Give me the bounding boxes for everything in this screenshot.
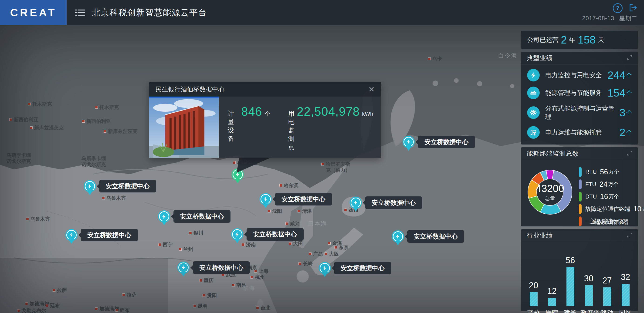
legend-label: RTU (585, 169, 597, 175)
city-dot-icon (26, 218, 29, 220)
city-dot-icon (280, 184, 282, 187)
bar[interactable] (566, 267, 574, 306)
legend-label-overlay: 二遥故障指示器 (590, 218, 629, 226)
city-dot-icon (102, 197, 105, 199)
city-dot-icon (428, 57, 431, 60)
city-dot-icon (193, 305, 196, 308)
marker-label[interactable]: 安立桥数据中心 (174, 210, 230, 223)
legend-label: FTU (585, 181, 596, 188)
city-label: 新西伯利亚 (9, 117, 38, 123)
service-item-power-monitoring[interactable]: 电力监控与用电安全 244 个 (521, 66, 638, 84)
city-label: 银川 (189, 230, 203, 236)
bar-value-label: 27 (602, 276, 612, 286)
city-dot-icon (202, 294, 205, 297)
legend-label: DTU (585, 193, 597, 200)
city-label: 廷布 (116, 307, 130, 313)
city-label: 哈尔滨 (280, 182, 298, 189)
services-panel-title: 典型业绩 (527, 54, 553, 62)
bar[interactable] (548, 298, 556, 306)
city-label: 西宁 (158, 242, 172, 248)
bar[interactable] (622, 284, 630, 306)
sea-label: 东海 (242, 285, 256, 291)
lightning-icon (527, 69, 540, 81)
city-dot-icon (289, 242, 292, 245)
legend-unit: 万个 (609, 193, 619, 200)
services-panel: 典型业绩 电力监控与用电安全 244 个 (521, 52, 638, 145)
legend-label: 一遥故障指示器二遥故障指示器 (585, 218, 624, 225)
service-item-distributed-energy[interactable]: 分布式能源控制与运营管理 3 个 (521, 102, 638, 124)
city-dot-icon (82, 120, 85, 123)
city-label: 托木斯克 (28, 101, 52, 107)
marker-label[interactable]: 安立桥数据中心 (365, 196, 422, 209)
city-dot-icon (309, 253, 312, 255)
bar-column: 32 (618, 272, 634, 306)
power-monitor-value: 22,504,978 (297, 104, 360, 118)
legend-item: DTU16万个 (579, 190, 644, 203)
lightning-bolt-icon (178, 263, 188, 273)
legend-value: 24 (600, 180, 608, 189)
city-dot-icon (334, 246, 337, 249)
expand-icon[interactable] (627, 150, 632, 157)
bar[interactable] (603, 288, 611, 306)
city-label: 新西伯利亚 (82, 118, 111, 124)
marker-label[interactable]: 安立桥数据中心 (81, 229, 138, 241)
marker-label[interactable]: 安立桥数据中心 (275, 193, 332, 206)
city-dot-icon (52, 289, 56, 292)
city-label: 杭州 (250, 274, 265, 280)
marker-label[interactable]: 安立桥数据中心 (246, 228, 304, 241)
marker-label[interactable]: 安立桥数据中心 (334, 262, 391, 274)
terminal-panel: 能耗终端监测总数 43200 总量 RTU56万个FTU24万个DTU16万个故… (521, 147, 638, 226)
lightning-bolt-icon (351, 198, 361, 208)
brand-logo: CREAT (0, 0, 67, 25)
marker-label[interactable]: 安立桥数据中心 (418, 136, 475, 148)
city-label: 托木斯克 (95, 104, 119, 110)
expand-icon[interactable] (627, 55, 632, 61)
city-dot-icon (46, 304, 48, 307)
industry-panel: 行业业绩 201256302732 高校医院建筑政府平台移动园区 (521, 229, 638, 311)
bar-column: 27 (599, 276, 615, 306)
marker-label[interactable]: 安立桥数据中心 (99, 180, 156, 192)
city-label: 东京 (334, 244, 348, 250)
city-label: 乌卡 (428, 56, 442, 62)
lightning-bolt-icon (404, 137, 414, 147)
sidebar: 公司已运营 2 年 158 天 典型业绩 电力监控与用电安全 244 个 (521, 31, 638, 311)
bar-category-label: 医院 (544, 309, 560, 313)
lightning-bolt-icon (66, 230, 76, 240)
page-title: 北京科税创新智慧能源云平台 (92, 7, 207, 18)
legend-color-pill (579, 192, 582, 202)
city-dot-icon (116, 309, 118, 312)
legend-value: 56 (600, 168, 608, 176)
close-icon[interactable]: ✕ (368, 86, 374, 93)
city-label: 重庆 (199, 277, 214, 284)
operation-time-panel: 公司已运营 2 年 158 天 (521, 31, 638, 49)
expand-icon[interactable] (627, 232, 632, 239)
bar-value-label: 32 (621, 272, 630, 282)
marker-label[interactable]: 安立桥数据中心 (193, 261, 250, 274)
bar[interactable] (530, 292, 538, 306)
sea-label: 白令海 (498, 53, 518, 59)
city-dot-icon (298, 210, 300, 213)
date-display: 2017-08-13 星期二 (579, 14, 638, 22)
bar[interactable] (585, 285, 593, 306)
bar-value-label: 12 (547, 286, 556, 296)
terminal-donut-chart: 43200 总量 (524, 167, 576, 218)
city-label: 贵阳 (202, 292, 217, 298)
service-item-power-ops[interactable]: 电力运维与能源托管 2 个 (521, 124, 638, 141)
bar-category-label: 高校 (526, 309, 542, 313)
ops-gear-icon (527, 126, 540, 139)
bar-column: 30 (581, 274, 597, 306)
service-item-energy-management[interactable]: 能源管理与节能服务 154 个 (521, 84, 638, 102)
help-icon[interactable]: ? (613, 3, 622, 13)
donut-total: 43200 (536, 183, 564, 194)
logout-icon[interactable] (629, 3, 638, 13)
city-dot-icon (321, 163, 324, 165)
city-label: 乌鲁木齐 (26, 216, 50, 222)
legend-value: 10 (633, 205, 641, 213)
marker-label[interactable]: 安立桥数据中心 (407, 230, 464, 243)
menu-icon[interactable] (75, 8, 86, 17)
city-label: 咸兴 (286, 221, 300, 227)
city-dot-icon (324, 253, 327, 255)
city-dot-icon (232, 284, 235, 287)
bar-category-label: 园区 (618, 309, 634, 313)
city-dot-icon (344, 209, 347, 211)
